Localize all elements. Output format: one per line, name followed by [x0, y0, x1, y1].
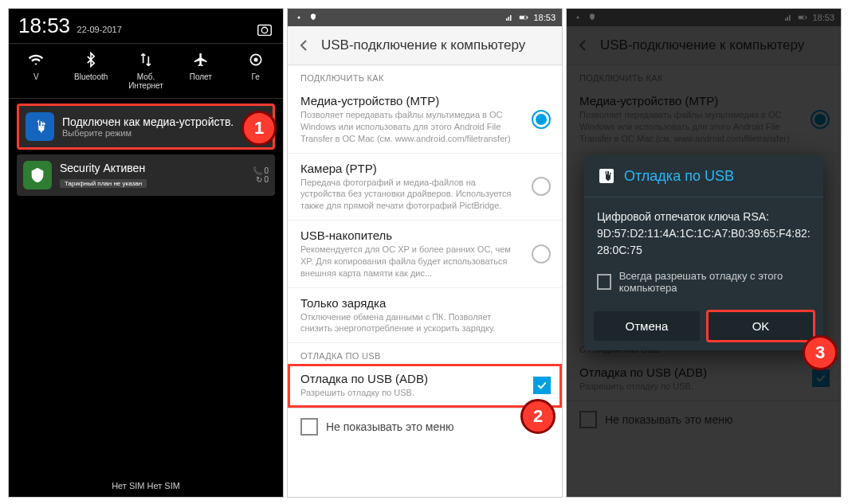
svg-rect-6: [508, 17, 510, 21]
qs-airplane[interactable]: Полет: [173, 44, 228, 98]
bluetooth-icon: [83, 52, 99, 68]
airplane-icon: [193, 52, 209, 68]
battery-icon: [519, 13, 528, 22]
security-title: Security Активен: [60, 162, 245, 174]
svg-rect-7: [510, 15, 512, 21]
usb-icon: [597, 166, 616, 186]
radio-storage[interactable]: [532, 244, 551, 264]
qs-gps[interactable]: Ге: [228, 44, 283, 98]
usb-icon: [26, 112, 54, 141]
shield-status-icon: [308, 13, 318, 22]
signal-icon: [504, 13, 514, 22]
back-icon[interactable]: [294, 36, 313, 55]
svg-rect-5: [506, 18, 508, 21]
status-time: 18:53: [533, 13, 556, 22]
notif-title: Подключен как медиа-устройств.: [62, 115, 266, 128]
checkbox-adb[interactable]: [533, 377, 551, 394]
dialog-body-label: Цифровой отпечаток ключа RSA:: [597, 209, 811, 225]
section-usb-debug: ОТЛАДКА ПО USB: [288, 343, 562, 364]
step-badge-2: 2: [520, 399, 556, 434]
data-icon: [138, 52, 154, 68]
quick-settings-row: V Bluetooth Моб. Интернет Полет Ге: [9, 43, 283, 99]
svg-rect-9: [527, 17, 528, 18]
usb-connected-notification[interactable]: Подключен как медиа-устройств. Выберите …: [17, 104, 275, 150]
wifi-icon: [28, 52, 44, 68]
always-allow-check[interactable]: Всегда разрешать отладку с этого компьют…: [584, 270, 823, 302]
step-badge-3: 3: [803, 335, 838, 370]
dialog-overlay: Отладка по USB Цифровой отпечаток ключа …: [567, 9, 841, 497]
camera-icon[interactable]: [256, 21, 273, 38]
shade-clock: 18:53: [18, 14, 70, 37]
option-mtp[interactable]: Медиа-устройство (MTP) Позволяет передав…: [288, 86, 562, 154]
security-notification[interactable]: Security Активен Тарифный план не указан…: [17, 154, 275, 196]
dialog-fingerprint: 9D:57:D2:11:4A:1C:1C:A7:B0:39:65:F4:82:2…: [597, 225, 811, 259]
svg-rect-10: [520, 17, 524, 19]
qs-bluetooth[interactable]: Bluetooth: [64, 44, 119, 98]
option-usb-storage[interactable]: USB-накопитель Рекомендуется для ОС XP и…: [288, 221, 562, 288]
sim-status: Нет SIM Нет SIM: [9, 475, 283, 497]
usb-debug-dialog: Отладка по USB Цифровой отпечаток ключа …: [584, 155, 823, 350]
radio-mtp[interactable]: [532, 110, 551, 129]
qs-mobile-data[interactable]: Моб. Интернет: [119, 44, 174, 98]
step-badge-1: 1: [241, 111, 277, 146]
cancel-button[interactable]: Отмена: [594, 311, 700, 341]
radio-ptp[interactable]: [532, 177, 551, 196]
usb-status-icon: [294, 13, 304, 22]
page-title: USB-подключение к компьютеру: [321, 37, 525, 53]
dialog-title: Отладка по USB: [624, 168, 734, 185]
option-ptp[interactable]: Камера (PTP) Передача фотографий и медиа…: [288, 154, 562, 221]
ok-button[interactable]: OK: [708, 311, 814, 341]
checkbox-always-allow[interactable]: [597, 274, 611, 290]
svg-rect-0: [258, 25, 272, 36]
status-bar: 18:53: [288, 9, 562, 26]
svg-point-1: [261, 27, 267, 33]
phone-2-usb-settings: 18:53 USB-подключение к компьютеру ПОДКЛ…: [287, 8, 563, 498]
option-charge-only[interactable]: Только зарядка Отключение обмена данными…: [288, 288, 562, 344]
phone-3-debug-dialog: 18:53 USB-подключение к компьютеру ПОДКЛ…: [566, 8, 842, 498]
notif-subtitle: Выберите режим: [62, 128, 266, 138]
option-adb[interactable]: Отладка по USB (ADB) Разрешить отладку п…: [288, 364, 562, 408]
checkbox-dont-show[interactable]: [300, 418, 318, 436]
svg-point-4: [298, 17, 300, 19]
shade-date: 22-09-2017: [77, 25, 122, 34]
phone-1-notification-shade: 18:53 22-09-2017 V Bluetooth Моб. Интерн…: [8, 8, 284, 498]
shield-icon: [23, 161, 52, 189]
gps-icon: [248, 52, 264, 68]
qs-wifi[interactable]: V: [9, 44, 64, 98]
svg-point-3: [254, 58, 257, 61]
section-connect-as: ПОДКЛЮЧИТЬ КАК: [288, 65, 562, 86]
tariff-label: Тарифный план не указан: [60, 179, 147, 188]
settings-header: USB-подключение к компьютеру: [288, 26, 562, 65]
